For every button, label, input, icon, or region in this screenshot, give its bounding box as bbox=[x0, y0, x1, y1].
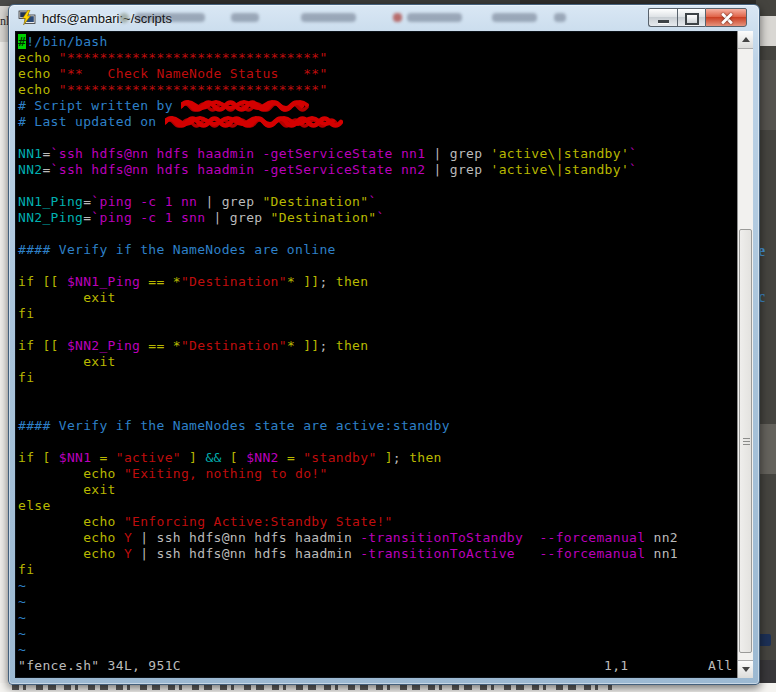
terminal-row bbox=[18, 178, 737, 194]
code-token: "*******************************" bbox=[59, 82, 328, 97]
terminal-row: echo "*******************************" bbox=[18, 50, 737, 66]
terminal-row: if [[ $NN2_Ping == *"Destination"* ]]; t… bbox=[18, 338, 737, 354]
code-token: = bbox=[42, 146, 50, 161]
code-token: "Destination" bbox=[262, 194, 368, 209]
glass-blur-smudge bbox=[554, 13, 566, 22]
close-button[interactable] bbox=[705, 8, 747, 27]
terminal-row: if [ $NN1 = "active" ] && [ $NN2 = "stan… bbox=[18, 450, 737, 466]
code-token: `ssh hdfs@nn hdfs haadmin -getServiceSta… bbox=[51, 162, 426, 177]
vim-cursor: # bbox=[18, 34, 26, 49]
arrow-up-icon bbox=[742, 37, 750, 42]
code-token: then bbox=[328, 338, 369, 353]
code-token: ~ bbox=[18, 642, 26, 657]
terminal-row bbox=[18, 130, 737, 146]
code-token: then bbox=[401, 450, 442, 465]
code-token: "Enforcing Active:Standby State!" bbox=[124, 514, 393, 529]
terminal-row: echo "Enforcing Active:Standby State!" bbox=[18, 514, 737, 530]
terminal-row: NN1=`ssh hdfs@nn hdfs haadmin -getServic… bbox=[18, 146, 737, 162]
maximize-button[interactable] bbox=[677, 8, 705, 27]
code-token: 'active\|standby' bbox=[491, 146, 630, 161]
terminal-row bbox=[18, 402, 737, 418]
code-token: nn2 bbox=[645, 530, 678, 545]
minimize-button[interactable] bbox=[648, 8, 677, 27]
terminal-row: #### Verify if the NameNodes state are a… bbox=[18, 418, 737, 434]
code-token: if [[ bbox=[18, 338, 67, 353]
code-token: exit bbox=[18, 354, 116, 369]
terminal-rows: #!/bin/bashecho "***********************… bbox=[15, 31, 737, 678]
glass-blur-smudge bbox=[492, 13, 537, 22]
code-token: NN1 bbox=[18, 146, 42, 161]
scrollbar-up-button[interactable] bbox=[738, 31, 753, 49]
code-token: | grep bbox=[425, 162, 490, 177]
vim-ruler: 1,1 bbox=[604, 658, 628, 674]
code-token: * ]] bbox=[287, 274, 320, 289]
code-token: `ssh hdfs@nn hdfs haadmin -getServiceSta… bbox=[51, 146, 426, 161]
terminal-row: echo Y | ssh hdfs@nn hdfs haadmin -trans… bbox=[18, 546, 737, 562]
glass-blur-smudge bbox=[231, 13, 259, 22]
code-token: ] bbox=[377, 450, 393, 465]
code-token: | ssh hdfs@nn hdfs haadmin bbox=[132, 530, 360, 545]
file-info: "fence.sh" 34L, 951C bbox=[18, 658, 181, 673]
scrollbar-thumb[interactable] bbox=[739, 229, 752, 653]
terminal-row: # Last updated on bbox=[18, 114, 737, 130]
titlebar[interactable]: hdfs@ambari:~/scripts bbox=[9, 5, 759, 31]
code-token bbox=[515, 546, 539, 561]
glass-blur-smudge bbox=[135, 13, 205, 22]
code-token: ; bbox=[319, 338, 327, 353]
code-token: ` bbox=[629, 146, 637, 161]
terminal-row: echo "** Check NameNode Status **" bbox=[18, 66, 737, 82]
vim-scroll-position: All bbox=[708, 658, 732, 674]
code-token: ; bbox=[319, 274, 327, 289]
code-token: NN2_Ping bbox=[18, 210, 83, 225]
code-token: = bbox=[42, 162, 50, 177]
code-token: "*******************************" bbox=[59, 50, 328, 65]
terminal-row bbox=[18, 226, 737, 242]
code-token bbox=[523, 530, 539, 545]
terminal-row: echo "*******************************" bbox=[18, 82, 737, 98]
terminal-row: # Script written by bbox=[18, 98, 737, 114]
terminal-row: #!/bin/bash bbox=[18, 34, 737, 50]
code-token: --forcemanual bbox=[539, 530, 645, 545]
code-token: echo bbox=[18, 466, 124, 481]
terminal-row bbox=[18, 386, 737, 402]
code-token: "Exiting, nothing to do!" bbox=[124, 466, 328, 481]
scrollbar-down-button[interactable] bbox=[738, 660, 753, 678]
code-token: echo bbox=[18, 82, 59, 97]
code-token: "active" bbox=[116, 450, 181, 465]
terminal-row: exit bbox=[18, 290, 737, 306]
arrow-down-icon bbox=[742, 667, 750, 672]
terminal-row: NN2_Ping=`ping -c 1 snn | grep "Destinat… bbox=[18, 210, 737, 226]
code-token: | grep bbox=[205, 210, 270, 225]
code-token: ~ bbox=[18, 594, 26, 609]
terminal-row: ~ bbox=[18, 578, 737, 594]
terminal-row: else bbox=[18, 498, 737, 514]
terminal-row: NN2=`ssh hdfs@nn hdfs haadmin -getServic… bbox=[18, 162, 737, 178]
code-token: ] bbox=[181, 450, 205, 465]
terminal[interactable]: #!/bin/bashecho "***********************… bbox=[15, 31, 753, 678]
code-token: "Destination" bbox=[181, 274, 287, 289]
terminal-row bbox=[18, 322, 737, 338]
glass-blur-smudge bbox=[407, 13, 462, 22]
code-token: #### Verify if the NameNodes state are a… bbox=[18, 418, 450, 433]
code-token: | grep bbox=[425, 146, 490, 161]
code-token: `ping -c 1 nn bbox=[91, 194, 197, 209]
terminal-row: ~ bbox=[18, 626, 737, 642]
code-token: echo bbox=[18, 530, 124, 545]
code-token: exit bbox=[18, 482, 116, 497]
code-token: ~ bbox=[18, 578, 26, 593]
code-token: --forcemanual bbox=[539, 546, 645, 561]
code-token: ~ bbox=[18, 626, 26, 641]
code-token: ` bbox=[629, 162, 637, 177]
code-token: $NN1 bbox=[59, 450, 92, 465]
code-token: $NN2_Ping bbox=[67, 338, 140, 353]
terminal-row: fi bbox=[18, 306, 737, 322]
terminal-row: echo "Exiting, nothing to do!" bbox=[18, 466, 737, 482]
code-token: nn1 bbox=[645, 546, 678, 561]
code-token: # Script written by bbox=[18, 98, 181, 113]
terminal-row bbox=[18, 434, 737, 450]
scrollbar[interactable] bbox=[737, 31, 753, 678]
code-token: ` bbox=[377, 210, 385, 225]
terminal-row: fi bbox=[18, 370, 737, 386]
terminal-row: #### Verify if the NameNodes are online bbox=[18, 242, 737, 258]
code-token: ` bbox=[368, 194, 376, 209]
